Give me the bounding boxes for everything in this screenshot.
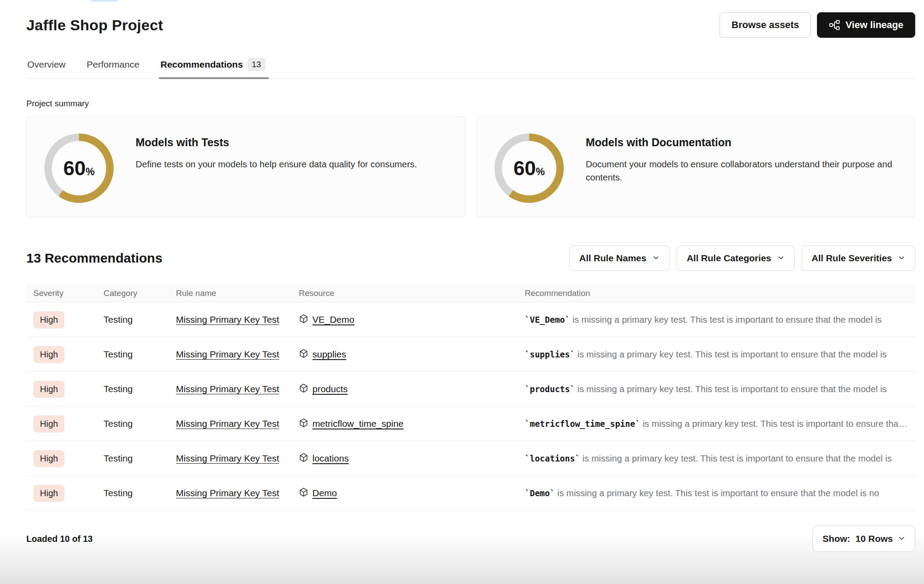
resource-code: `Demo`	[525, 488, 555, 498]
category-cell: Testing	[97, 384, 169, 394]
recommendation-message: is missing a primary key test. This test…	[555, 488, 879, 498]
col-category: Category	[97, 288, 169, 298]
tab-recommendations-label: Recommendations	[161, 59, 243, 70]
model-cube-icon	[299, 383, 308, 395]
rule-name-link[interactable]: Missing Primary Key Test	[176, 349, 279, 359]
tests-donut-chart: 60%	[44, 133, 114, 203]
category-cell: Testing	[97, 418, 169, 429]
recommendations-count-badge: 13	[247, 58, 265, 71]
docs-card-title: Models with Documentation	[586, 136, 897, 149]
docs-card-description: Document your models to ensure collabora…	[586, 158, 897, 184]
table-row: High Testing Missing Primary Key Test pr…	[26, 372, 915, 407]
filter-bar: All Rule Names All Rule Categories All R…	[569, 245, 915, 271]
recommendations-header: 13 Recommendations All Rule Names All Ru…	[26, 245, 915, 271]
page-title: Jaffle Shop Project	[26, 17, 163, 34]
summary-cards: 60% Models with Tests Define tests on yo…	[26, 116, 915, 217]
tests-donut-value: 60%	[52, 141, 106, 195]
model-cube-icon	[299, 418, 308, 430]
model-cube-icon	[299, 349, 308, 360]
view-lineage-button[interactable]: View lineage	[817, 12, 915, 38]
recommendation-message: is missing a primary key test. This test…	[575, 349, 887, 359]
rule-severities-filter-label: All Rule Severities	[812, 253, 892, 263]
recommendation-text: `supplies` is missing a primary key test…	[518, 349, 915, 360]
tab-overview-label: Overview	[27, 59, 66, 70]
rule-severities-filter[interactable]: All Rule Severities	[802, 245, 915, 271]
severity-badge: High	[33, 311, 64, 328]
severity-badge: High	[33, 450, 64, 467]
rule-name-link[interactable]: Missing Primary Key Test	[176, 314, 279, 324]
model-cube-icon	[299, 487, 308, 499]
resource-link[interactable]: supplies	[312, 349, 346, 360]
view-lineage-label: View lineage	[845, 19, 903, 31]
resource-link[interactable]: metricflow_time_spine	[312, 418, 404, 429]
rule-categories-filter-label: All Rule Categories	[687, 253, 771, 263]
recommendation-text: `metricflow_time_spine` is missing a pri…	[518, 418, 915, 429]
rule-name-link[interactable]: Missing Primary Key Test	[176, 453, 279, 463]
docs-card-text: Models with Documentation Document your …	[586, 132, 897, 202]
rule-names-filter[interactable]: All Rule Names	[569, 245, 670, 271]
category-cell: Testing	[97, 349, 169, 360]
show-rows-dropdown[interactable]: Show: 10 Rows	[813, 526, 915, 552]
table-body: High Testing Missing Primary Key Test VE…	[26, 303, 915, 511]
tab-performance-label: Performance	[87, 59, 140, 70]
recommendation-text: `VE_Demo` is missing a primary key test.…	[518, 314, 915, 325]
rule-name-link[interactable]: Missing Primary Key Test	[176, 384, 279, 394]
project-page: Jaffle Shop Project Browse assets View l…	[0, 0, 924, 552]
show-value: 10 Rows	[856, 534, 893, 544]
recommendation-message: is missing a primary key test. This test…	[580, 453, 892, 463]
chevron-down-icon	[777, 253, 784, 263]
resource-link[interactable]: products	[312, 384, 348, 394]
category-cell: Testing	[97, 488, 169, 498]
show-label: Show:	[823, 534, 850, 544]
recommendation-text: `products` is missing a primary key test…	[518, 384, 915, 394]
resource-code: `metricflow_time_spine`	[525, 419, 640, 429]
lineage-icon	[829, 19, 840, 31]
table-footer: Loaded 10 of 13 Show: 10 Rows	[26, 526, 915, 552]
docs-percent-sign: %	[536, 166, 544, 178]
recommendation-message: is missing a primary key test. This test…	[640, 418, 915, 429]
header-actions: Browse assets View lineage	[720, 12, 915, 38]
recommendation-text: `locations` is missing a primary key tes…	[518, 453, 915, 464]
table-row: High Testing Missing Primary Key Test VE…	[26, 303, 915, 337]
table-row: High Testing Missing Primary Key Test su…	[26, 337, 915, 372]
col-recommendation: Recommendation	[518, 288, 915, 298]
recommendations-table: Severity Category Rule name Resource Rec…	[26, 284, 915, 511]
rule-name-link[interactable]: Missing Primary Key Test	[176, 418, 279, 429]
tests-card-title: Models with Tests	[136, 136, 417, 149]
resource-code: `products`	[525, 384, 575, 394]
category-cell: Testing	[97, 453, 169, 464]
category-cell: Testing	[97, 314, 169, 325]
resource-link[interactable]: VE_Demo	[312, 314, 355, 325]
table-row: High Testing Missing Primary Key Test me…	[26, 407, 915, 441]
recommendation-text: `Demo` is missing a primary key test. Th…	[518, 488, 915, 498]
table-header-row: Severity Category Rule name Resource Rec…	[26, 284, 915, 303]
docs-donut-value: 60%	[502, 141, 556, 195]
browse-assets-button[interactable]: Browse assets	[720, 12, 811, 38]
tab-overview[interactable]: Overview	[26, 58, 67, 78]
recommendation-message: is missing a primary key test. This test…	[575, 384, 887, 394]
chevron-down-icon	[898, 534, 905, 544]
col-severity: Severity	[26, 288, 97, 298]
resource-link[interactable]: Demo	[312, 488, 337, 498]
tab-bar: Overview Performance Recommendations 13	[26, 58, 915, 79]
tests-card-text: Models with Tests Define tests on your m…	[136, 132, 417, 202]
rule-categories-filter[interactable]: All Rule Categories	[677, 245, 795, 271]
rule-name-link[interactable]: Missing Primary Key Test	[176, 488, 279, 498]
models-with-tests-card: 60% Models with Tests Define tests on yo…	[26, 116, 465, 217]
tests-percent-sign: %	[86, 166, 94, 178]
resource-code: `supplies`	[525, 350, 575, 359]
tab-performance[interactable]: Performance	[86, 58, 140, 78]
page-header: Jaffle Shop Project Browse assets View l…	[26, 12, 915, 38]
severity-badge: High	[33, 485, 64, 502]
loaded-status: Loaded 10 of 13	[26, 534, 93, 544]
tab-recommendations[interactable]: Recommendations 13	[160, 58, 266, 78]
browse-assets-label: Browse assets	[731, 19, 799, 31]
project-summary-label: Project summary	[26, 99, 915, 108]
resource-link[interactable]: locations	[312, 453, 349, 464]
chevron-down-icon	[898, 253, 905, 263]
recommendation-message: is missing a primary key test. This test…	[570, 314, 882, 324]
model-cube-icon	[299, 453, 308, 465]
table-row: High Testing Missing Primary Key Test De…	[26, 476, 915, 511]
models-with-documentation-card: 60% Models with Documentation Document y…	[476, 116, 915, 217]
chevron-down-icon	[652, 253, 659, 263]
